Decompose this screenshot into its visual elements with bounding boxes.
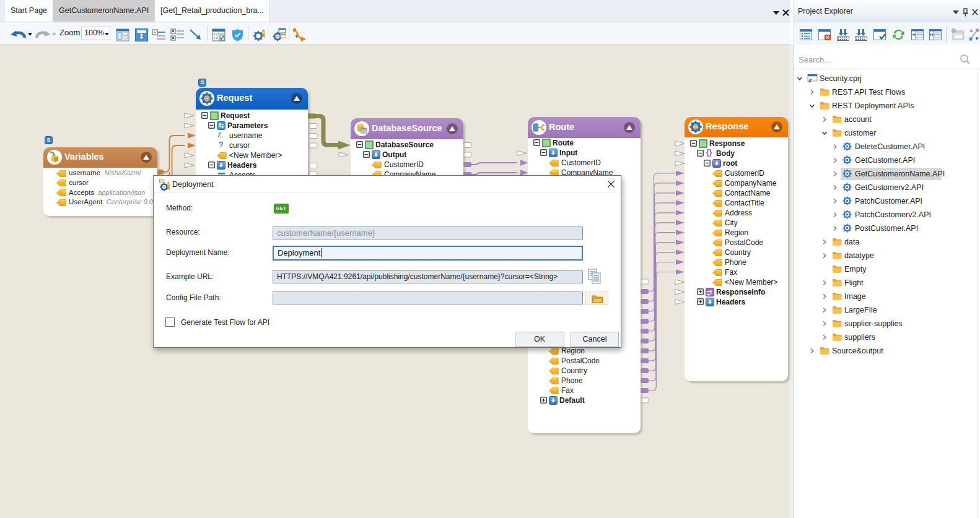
svg-text:1 0: 1 0 bbox=[214, 36, 218, 40]
